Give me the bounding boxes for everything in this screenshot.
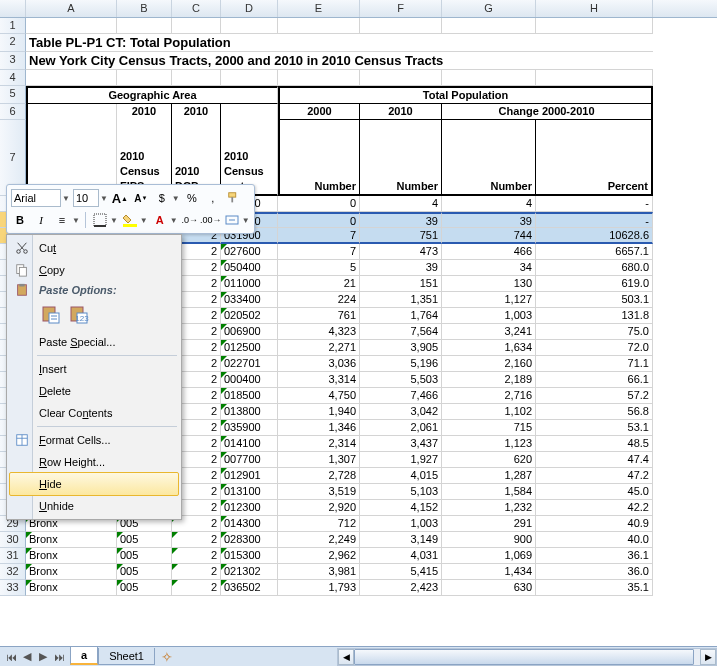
cell[interactable]: 35.1 — [536, 580, 653, 596]
paste-option-values[interactable]: 123 — [67, 303, 91, 327]
cell[interactable]: 015300 — [221, 548, 278, 564]
cell[interactable]: 013100 — [221, 484, 278, 500]
size-dropdown-icon[interactable]: ▼ — [100, 194, 108, 203]
cell[interactable]: 3,981 — [278, 564, 360, 580]
cell[interactable]: 2,249 — [278, 532, 360, 548]
cell[interactable]: 005 — [117, 532, 172, 548]
cell[interactable]: 2,314 — [278, 436, 360, 452]
cell[interactable]: 42.2 — [536, 500, 653, 516]
cell[interactable]: 018500 — [221, 388, 278, 404]
cell[interactable]: 7 — [278, 244, 360, 260]
scroll-left-icon[interactable]: ◀ — [338, 649, 354, 665]
bold-button[interactable]: B — [11, 211, 29, 229]
hdr-2000[interactable]: 2000 — [278, 104, 360, 120]
cell[interactable]: 761 — [278, 308, 360, 324]
cell[interactable]: 0 — [278, 196, 360, 212]
cell[interactable]: 011000 — [221, 276, 278, 292]
hdr-num-2010[interactable]: Number — [360, 120, 442, 196]
cell[interactable]: 2 — [172, 532, 221, 548]
cell[interactable]: 013800 — [221, 404, 278, 420]
col-header-H[interactable]: H — [536, 0, 653, 17]
cell[interactable]: 2 — [172, 564, 221, 580]
title-2[interactable]: New York City Census Tracts, 2000 and 20… — [26, 52, 653, 70]
cell[interactable]: 1,940 — [278, 404, 360, 420]
cell[interactable]: 4,015 — [360, 468, 442, 484]
cell[interactable]: - — [536, 212, 653, 228]
cell[interactable]: 3,519 — [278, 484, 360, 500]
paste-option-all[interactable] — [39, 303, 63, 327]
cell[interactable]: 005 — [117, 548, 172, 564]
cell[interactable]: 744 — [442, 228, 536, 244]
cell[interactable]: 2,920 — [278, 500, 360, 516]
col-header-C[interactable]: C — [172, 0, 221, 17]
row-header-4[interactable]: 4 — [0, 70, 26, 86]
menu-delete[interactable]: Delete — [9, 380, 179, 402]
cell[interactable]: 21 — [278, 276, 360, 292]
align-button[interactable]: ≡ — [53, 211, 71, 229]
cell-A1[interactable] — [26, 18, 117, 34]
cell[interactable]: 1,123 — [442, 436, 536, 452]
cell[interactable]: 1,584 — [442, 484, 536, 500]
cell[interactable]: 36.1 — [536, 548, 653, 564]
row-header-30[interactable]: 30 — [0, 532, 26, 548]
font-size-input[interactable] — [73, 189, 99, 207]
cell[interactable]: 39 — [442, 212, 536, 228]
cell[interactable]: 035900 — [221, 420, 278, 436]
cell[interactable]: 005 — [117, 564, 172, 580]
horizontal-scrollbar[interactable]: ◀ ▶ — [337, 648, 717, 666]
cell[interactable]: 036502 — [221, 580, 278, 596]
border-button[interactable] — [91, 211, 109, 229]
cell[interactable]: 1,003 — [360, 516, 442, 532]
cell[interactable]: Bronx — [26, 580, 117, 596]
cell[interactable]: 130 — [442, 276, 536, 292]
cell[interactable]: 503.1 — [536, 292, 653, 308]
font-dropdown-icon[interactable]: ▼ — [62, 194, 70, 203]
italic-button[interactable]: I — [32, 211, 50, 229]
cell[interactable]: 4 — [360, 196, 442, 212]
cell[interactable]: 56.8 — [536, 404, 653, 420]
cell[interactable]: 7,564 — [360, 324, 442, 340]
cell[interactable]: 000400 — [221, 372, 278, 388]
cell[interactable]: 712 — [278, 516, 360, 532]
cell[interactable]: 1,764 — [360, 308, 442, 324]
tab-sheet1[interactable]: Sheet1 — [98, 648, 155, 665]
cell[interactable]: 3,437 — [360, 436, 442, 452]
decrease-decimal-button[interactable]: .0→ — [181, 211, 199, 229]
cell[interactable]: 3,314 — [278, 372, 360, 388]
cell[interactable]: 4 — [442, 196, 536, 212]
hdr-num-change[interactable]: Number — [442, 120, 536, 196]
cell[interactable]: 291 — [442, 516, 536, 532]
row-header-5[interactable]: 5 — [0, 86, 26, 104]
cell[interactable]: 131.8 — [536, 308, 653, 324]
cell[interactable]: 5,503 — [360, 372, 442, 388]
cell[interactable]: 0 — [278, 212, 360, 228]
row-header-1[interactable]: 1 — [0, 18, 26, 34]
scroll-right-icon[interactable]: ▶ — [700, 649, 716, 665]
cell[interactable]: 4,031 — [360, 548, 442, 564]
cell[interactable]: 012901 — [221, 468, 278, 484]
cell[interactable]: 3,149 — [360, 532, 442, 548]
comma-button[interactable]: , — [204, 189, 222, 207]
cell[interactable]: 34 — [442, 260, 536, 276]
cell[interactable]: 5 — [278, 260, 360, 276]
row-header-31[interactable]: 31 — [0, 548, 26, 564]
cell[interactable]: 028300 — [221, 532, 278, 548]
hdr-percent[interactable]: Percent — [536, 120, 653, 196]
format-painter-icon[interactable] — [225, 189, 243, 207]
cell[interactable]: 473 — [360, 244, 442, 260]
cell[interactable]: 45.0 — [536, 484, 653, 500]
cell[interactable]: 027600 — [221, 244, 278, 260]
currency-button[interactable]: $ — [153, 189, 171, 207]
merge-button[interactable] — [223, 211, 241, 229]
tab-a[interactable]: a — [70, 647, 98, 665]
cell[interactable]: 012500 — [221, 340, 278, 356]
cell[interactable]: 630 — [442, 580, 536, 596]
cell[interactable]: 050400 — [221, 260, 278, 276]
col-header-B[interactable]: B — [117, 0, 172, 17]
cell[interactable]: 224 — [278, 292, 360, 308]
cell[interactable]: 3,241 — [442, 324, 536, 340]
row-header-2[interactable]: 2 — [0, 34, 26, 52]
cell[interactable]: 4,323 — [278, 324, 360, 340]
font-color-button[interactable]: A — [151, 211, 169, 229]
menu-paste-special[interactable]: Paste Special... — [9, 331, 179, 353]
